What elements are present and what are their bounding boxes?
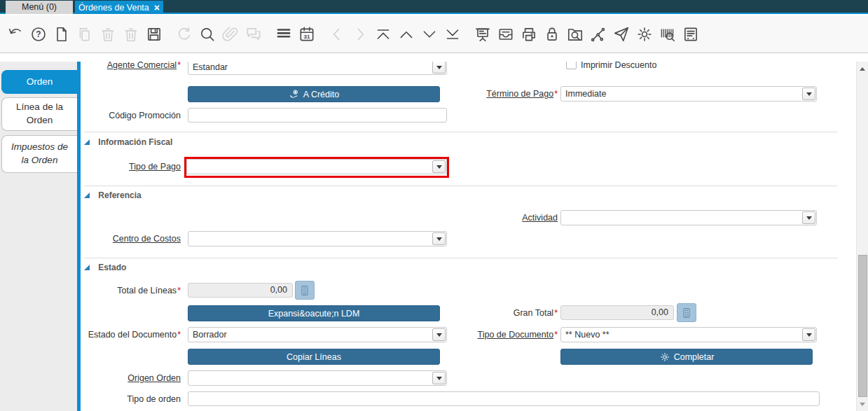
estado-del-documento-value: Borrador <box>193 330 227 340</box>
tipo-de-pago-combo[interactable] <box>186 159 447 174</box>
combo-arrow-icon[interactable] <box>432 232 446 245</box>
collapse-icon[interactable] <box>84 193 90 198</box>
chat-icon <box>244 25 263 43</box>
imprimir-descuento-label: Imprimir Descuento <box>581 62 656 70</box>
tab-linea-label: Línea de la Orden <box>6 101 73 127</box>
delete-record-icon <box>99 25 117 43</box>
imprimir-descuento-checkbox[interactable] <box>566 62 577 69</box>
scroll-up-icon[interactable] <box>857 63 868 74</box>
last-record-icon[interactable] <box>443 25 462 43</box>
tab-ordenes-de-venta[interactable]: Órdenes de Venta × <box>75 1 163 14</box>
agente-comercial-value: Estandar <box>193 62 228 72</box>
section-estado: Estado <box>84 263 126 272</box>
combo-arrow-icon[interactable] <box>802 88 815 100</box>
undo-icon[interactable] <box>6 25 25 43</box>
barcode-icon[interactable] <box>659 25 677 43</box>
combo-arrow-icon[interactable] <box>802 211 815 224</box>
agente-comercial-label: Agente Comercial* <box>81 62 181 71</box>
termino-de-pago-label: Término de Pago* <box>396 89 558 99</box>
section-title: Estado <box>98 263 126 272</box>
find-icon[interactable] <box>198 25 216 43</box>
first-record-icon[interactable] <box>374 25 392 43</box>
collapse-icon[interactable] <box>84 265 90 270</box>
calculator-button[interactable] <box>677 303 696 322</box>
scroll-down-icon[interactable] <box>857 398 868 410</box>
zoom-across-icon[interactable] <box>566 25 584 43</box>
help-icon[interactable]: ? <box>29 25 48 43</box>
section-title: Información Fiscal <box>98 137 172 147</box>
tipo-de-orden-input[interactable] <box>188 391 820 406</box>
scrollbar-thumb[interactable] <box>858 255 867 397</box>
expansion-ldm-label: Expansi&oacute;n LDM <box>268 309 360 319</box>
delete-selection-icon <box>122 25 140 43</box>
menu-tab[interactable]: Menú (0) <box>6 1 73 14</box>
send-mail-icon[interactable] <box>612 25 631 43</box>
collapse-icon[interactable] <box>84 139 90 145</box>
section-divider <box>84 186 838 186</box>
tab-linea-de-la-orden[interactable]: Línea de la Orden <box>1 97 77 131</box>
origen-orden-label: Origen Orden <box>81 373 181 384</box>
credit-coin-icon <box>289 89 300 100</box>
termino-de-pago-combo[interactable]: Immediate <box>560 86 817 102</box>
new-record-icon[interactable] <box>53 25 71 43</box>
centro-de-costos-label: Centro de Costos <box>81 234 181 244</box>
workflow-icon[interactable] <box>589 25 607 43</box>
gran-total-field: 0,00 <box>560 305 674 320</box>
combo-arrow-icon[interactable] <box>432 160 446 173</box>
actividad-combo[interactable] <box>560 210 817 225</box>
section-referencia: Referencia <box>84 190 142 200</box>
application-window: Menú (0) Órdenes de Venta × ?31 Orden Lí… <box>0 0 868 411</box>
svg-text:?: ? <box>36 29 41 39</box>
centro-de-costos-combo[interactable] <box>188 231 447 246</box>
actividad-label: Actividad <box>396 213 558 223</box>
close-icon[interactable]: × <box>154 3 160 13</box>
tab-orden-label: Orden <box>27 76 53 89</box>
grid-toggle-icon[interactable] <box>275 25 293 43</box>
a-credito-label: A Crédito <box>303 90 339 99</box>
combo-arrow-icon[interactable] <box>432 62 446 74</box>
copiar-lineas-button[interactable]: Copiar Líneas <box>188 349 440 365</box>
section-divider <box>84 258 838 258</box>
archive-icon[interactable] <box>497 25 515 43</box>
codigo-promocion-input[interactable] <box>188 108 447 123</box>
svg-text:31: 31 <box>303 33 310 39</box>
total-de-lineas-label: Total de Líneas* <box>81 286 181 296</box>
save-icon[interactable] <box>145 25 163 43</box>
copiar-lineas-label: Copiar Líneas <box>287 352 341 362</box>
completar-button[interactable]: Completar <box>560 349 813 365</box>
gear-icon <box>659 351 670 363</box>
process-icon[interactable] <box>635 25 654 43</box>
total-de-lineas-field: 0,00 <box>188 283 293 298</box>
print-icon[interactable] <box>520 25 538 43</box>
combo-arrow-icon[interactable] <box>432 372 446 384</box>
calendar-icon[interactable]: 31 <box>298 25 316 43</box>
detail-record-icon[interactable] <box>420 25 439 43</box>
tipo-de-orden-label: Tipo de orden <box>81 394 181 405</box>
section-divider <box>84 132 838 132</box>
tipo-de-documento-combo[interactable]: ** Nuevo ** <box>560 327 817 342</box>
parent-record-icon[interactable] <box>397 25 415 43</box>
attachment-icon <box>221 25 240 43</box>
tab-label: Órdenes de Venta <box>78 3 149 13</box>
toolbar: ?31 <box>0 15 868 53</box>
report-icon[interactable] <box>474 25 492 43</box>
gran-total-label: Gran Total* <box>396 308 558 319</box>
refresh-icon <box>175 25 193 43</box>
combo-arrow-icon[interactable] <box>802 328 815 341</box>
agente-comercial-combo[interactable]: Estandar <box>188 62 447 75</box>
lock-icon[interactable] <box>543 25 561 43</box>
calculator-button[interactable] <box>295 281 315 300</box>
codigo-promocion-label: Código Promoción <box>81 111 181 121</box>
tipo-de-pago-highlight <box>184 157 449 178</box>
tab-sidebar: Orden Línea de la Orden Impuestos de la … <box>0 62 77 411</box>
report-window-icon[interactable] <box>682 25 700 43</box>
origen-orden-combo[interactable] <box>188 370 447 386</box>
tipo-de-documento-value: ** Nuevo ** <box>565 330 609 340</box>
tipo-de-documento-label: Tipo de Documento* <box>396 330 558 340</box>
tab-impuestos-label: Impuestos de la Orden <box>6 141 73 167</box>
vertical-scrollbar[interactable] <box>856 62 868 411</box>
window-tab-bar: Menú (0) Órdenes de Venta × <box>0 0 868 14</box>
tab-impuestos-de-la-orden[interactable]: Impuestos de la Orden <box>1 135 77 173</box>
tipo-de-pago-label: Tipo de Pago <box>81 162 181 172</box>
tab-orden[interactable]: Orden <box>1 70 77 94</box>
